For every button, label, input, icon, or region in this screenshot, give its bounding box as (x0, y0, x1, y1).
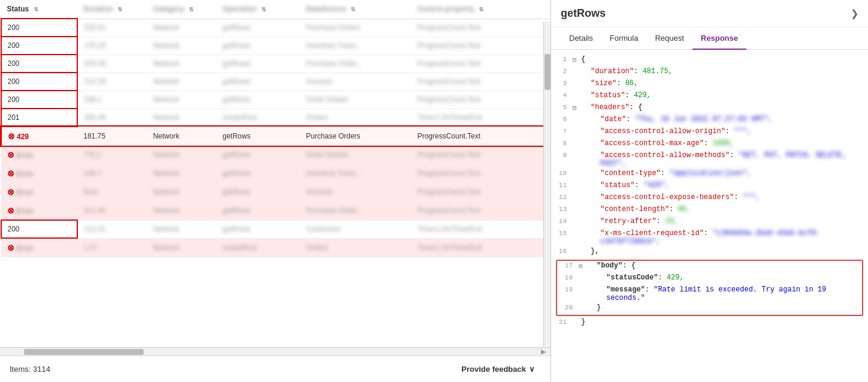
cell-duration: 211.41 (77, 220, 147, 238)
cell-datasource: Invoices (300, 183, 412, 201)
scroll-thumb-horizontal[interactable] (24, 349, 144, 355)
cell-status: ⊗Error (1, 146, 78, 164)
cell-operation: getRows (217, 37, 300, 55)
response-code-area: 1 ⊟ { 2 "duration": 481.75, 3 "size": 86… (551, 50, 868, 382)
sort-icon-status: ⇅ (34, 6, 38, 13)
cell-status: ⊗Error (1, 164, 78, 183)
tab-formula[interactable]: Formula (601, 28, 647, 50)
feedback-button[interactable]: Provide feedback ∨ (455, 361, 541, 377)
footer: Items: 3114 Provide feedback ∨ (0, 356, 551, 382)
cell-status: ⊗Error (1, 238, 78, 257)
sort-icon-operation: ⇅ (261, 6, 266, 13)
table-row[interactable]: 201 300.48 Network createRow Orders Time… (1, 109, 551, 127)
cell-operation: createRow (217, 109, 300, 127)
cell-duration: 175.23 (77, 37, 147, 55)
table-row-selected[interactable]: ⊗429 181.75 Network getRows Purchase Ord… (1, 127, 551, 146)
sort-icon-datasource: ⇅ (350, 6, 355, 13)
table-row[interactable]: ⊗Error 776.1 Network getRows Order Detai… (1, 146, 551, 164)
cell-status: 200 (1, 37, 78, 55)
cell-control: Timer1.OnTimerEnd (412, 109, 551, 127)
col-operation[interactable]: Operation ⇅ (217, 0, 300, 19)
cell-duration: 311.48 (77, 201, 147, 221)
right-panel-header: getRows ❯ (551, 0, 868, 28)
code-line: 1 ⊟ { (551, 55, 868, 67)
col-status[interactable]: Status ⇅ (1, 0, 78, 19)
table-row[interactable]: 200 175.23 Network getRows Inventory Tra… (1, 37, 551, 55)
chevron-right-icon[interactable]: ❯ (851, 8, 858, 19)
table-row[interactable]: ⊗Error 148.7 Network getRows Inventory T… (1, 164, 551, 183)
cell-status: 200 (1, 73, 78, 91)
cell-duration: 208.1 (77, 91, 147, 109)
cell-control: ProgressCount.Text (412, 127, 551, 146)
cell-operation: getRows (217, 127, 300, 146)
tab-response[interactable]: Response (692, 28, 746, 50)
cell-category: Network (147, 127, 216, 146)
table-row[interactable]: 200 208.1 Network getRows Order Details … (1, 91, 551, 109)
cell-datasource: Orders (300, 238, 412, 257)
cell-duration: 148.7 (77, 164, 147, 183)
cell-operation: getRows (217, 220, 300, 238)
col-control-property[interactable]: Control property ⇅ (412, 0, 551, 19)
cell-control: Timer1.OnTimerEnd (412, 238, 551, 257)
cell-operation: getRows (217, 19, 300, 37)
code-line: 5 ⊟ "headers": { (551, 103, 868, 115)
cell-datasource: Order Details (300, 91, 412, 109)
scroll-thumb-vertical[interactable] (545, 54, 551, 90)
scroll-right-arrow: ▶ (541, 348, 546, 356)
highlighted-json-block: 17 ⊟ "body": { 18 "statusCode": 429, 19 … (556, 260, 863, 316)
code-line: 2 "duration": 481.75, (551, 67, 868, 79)
cell-category: Network (147, 183, 216, 201)
cell-operation: getRows (217, 73, 300, 91)
cell-control: ProgressCount.Text (412, 91, 551, 109)
code-line: 14 "retry-after": 19, (551, 216, 868, 228)
col-datasource[interactable]: DataSource ⇅ (300, 0, 412, 19)
tab-details[interactable]: Details (561, 28, 601, 50)
cell-status: ⊗Error (1, 183, 78, 201)
cell-operation: getRows (217, 146, 300, 164)
cell-duration: 212.35 (77, 73, 147, 91)
cell-operation: getRows (217, 183, 300, 201)
cell-category: Network (147, 37, 216, 55)
col-category[interactable]: Category ⇅ (147, 0, 216, 19)
cell-datasource: Inventory Trans... (300, 37, 412, 55)
cell-control: ProgressCount.Text (412, 146, 551, 164)
error-icon: ⊗ (7, 150, 14, 160)
table-row[interactable]: ⊗Error 311.48 Network getRows Purchase O… (1, 201, 551, 221)
cell-operation: getRows (217, 164, 300, 183)
chevron-down-icon: ∨ (529, 365, 535, 374)
vertical-scrollbar[interactable] (543, 22, 551, 347)
expand-icon[interactable]: ⊟ (573, 55, 581, 64)
horizontal-scrollbar[interactable]: ▶ (0, 347, 551, 356)
cell-category: Network (147, 73, 216, 91)
cell-category: Network (147, 19, 216, 37)
cell-control: ProgressCount.Text (412, 183, 551, 201)
cell-category: Network (147, 146, 216, 164)
monitor-table: Status ⇅ Duration ⇅ Category ⇅ Operati (0, 0, 551, 257)
code-line: 4 "status": 429, (551, 91, 868, 103)
table-row[interactable]: 200 211.41 Network getRows Customers Tim… (1, 220, 551, 238)
error-icon: ⊗ (7, 187, 14, 197)
cell-status: 200 (1, 19, 78, 37)
table-row[interactable]: 200 203.45 Network getRows Purchase Orde… (1, 55, 551, 73)
code-line: 11 "status": "429", (551, 181, 868, 192)
expand-icon[interactable]: ⊟ (579, 261, 587, 270)
cell-control: ProgressCount.Text (412, 37, 551, 55)
cell-datasource: Orders (300, 109, 412, 127)
table-row[interactable]: 200 200.61 Network getRows Purchase Orde… (1, 19, 551, 37)
table-row[interactable]: ⊗Error Next Network getRows Invoices Pro… (1, 183, 551, 201)
cell-control: ProgressCount.Text (412, 73, 551, 91)
cell-operation: getRows (217, 55, 300, 73)
table-row[interactable]: 200 212.35 Network getRows Invoices Prog… (1, 73, 551, 91)
col-duration[interactable]: Duration ⇅ (77, 0, 147, 19)
panel-title: getRows (561, 7, 606, 20)
cell-status: 201 (1, 109, 78, 127)
cell-status: 200 (1, 220, 78, 238)
items-count: Items: 3114 (10, 365, 50, 374)
code-line: 10 "content-type": "application/json", (551, 169, 868, 181)
cell-operation: createRow (217, 238, 300, 257)
table-row[interactable]: ⊗Error 1.07 Network createRow Orders Tim… (1, 238, 551, 257)
tab-request[interactable]: Request (646, 28, 692, 50)
cell-duration: 181.75 (77, 127, 147, 146)
expand-icon[interactable]: ⊟ (573, 103, 581, 112)
code-line: 13 "content-length": 86, (551, 204, 868, 216)
